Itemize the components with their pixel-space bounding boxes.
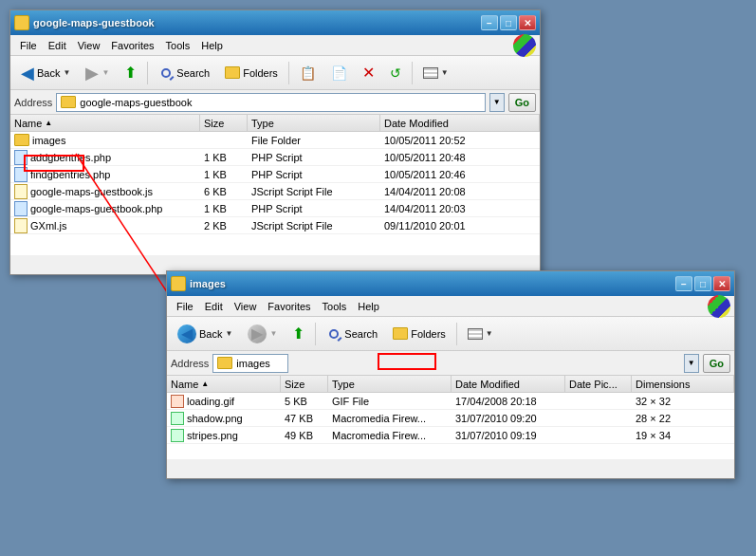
file-date-shadow: 31/07/2010 09:20 bbox=[452, 413, 565, 424]
php-icon-findgb bbox=[14, 167, 28, 182]
file-size-gmphp: 1 KB bbox=[200, 203, 248, 214]
minimize-btn-guestbook[interactable]: − bbox=[481, 15, 498, 30]
back-btn-images[interactable]: ◀ Back ▼ bbox=[171, 321, 239, 347]
address-value-guestbook: google-maps-guestbook bbox=[80, 97, 192, 108]
forward-circle-icon: ▶ bbox=[248, 324, 267, 343]
forward-btn-guestbook[interactable]: ▶ ▼ bbox=[79, 60, 116, 86]
file-type-gxml: JScript Script File bbox=[248, 220, 380, 232]
png-icon-shadow bbox=[171, 412, 184, 425]
menu-file-guestbook[interactable]: File bbox=[14, 38, 43, 53]
file-row-gmjs[interactable]: google-maps-guestbook.js 6 KB JScript Sc… bbox=[10, 183, 540, 200]
window-title-images: images bbox=[190, 278, 672, 289]
col-name-guestbook[interactable]: Name ▲ bbox=[10, 115, 200, 131]
search-btn-images[interactable]: Search bbox=[320, 321, 384, 347]
forward-arrow-icon: ▶ bbox=[85, 63, 99, 83]
col-type-images[interactable]: Type bbox=[328, 376, 452, 392]
xp-logo-images bbox=[708, 295, 730, 318]
gif-icon-loading bbox=[171, 395, 184, 408]
menu-view-images[interactable]: View bbox=[229, 299, 263, 314]
menu-tools-guestbook[interactable]: Tools bbox=[160, 38, 196, 53]
address-label-images: Address bbox=[171, 358, 209, 369]
menu-bar-images: File Edit View Favorites Tools Help bbox=[167, 296, 734, 317]
menu-help-guestbook[interactable]: Help bbox=[195, 38, 229, 53]
address-input-guestbook[interactable]: google-maps-guestbook bbox=[56, 93, 485, 112]
go-btn-guestbook[interactable]: Go bbox=[508, 93, 536, 112]
address-dropdown-guestbook[interactable]: ▼ bbox=[489, 93, 505, 112]
maximize-btn-images[interactable]: □ bbox=[694, 276, 711, 291]
view-icon-guestbook bbox=[423, 67, 438, 79]
file-row-images[interactable]: images File Folder 10/05/2011 20:52 bbox=[10, 132, 540, 149]
close-btn-guestbook[interactable]: ✕ bbox=[519, 15, 536, 30]
forward-btn-images[interactable]: ▶ ▼ bbox=[241, 321, 284, 347]
folder-icon-images bbox=[14, 134, 29, 146]
search-icon-guestbook bbox=[158, 65, 174, 81]
up-btn-guestbook[interactable]: ⬆ bbox=[118, 60, 143, 86]
file-date-loading: 17/04/2008 20:18 bbox=[452, 396, 565, 407]
col-dimensions-images[interactable]: Dimensions bbox=[632, 376, 734, 392]
search-label-images: Search bbox=[344, 328, 378, 340]
menu-tools-images[interactable]: Tools bbox=[317, 299, 353, 314]
back-label-guestbook: Back bbox=[37, 67, 60, 79]
maximize-btn-guestbook[interactable]: □ bbox=[500, 15, 517, 30]
go-btn-images[interactable]: Go bbox=[703, 354, 730, 373]
refresh-btn-guestbook[interactable]: ↺ bbox=[383, 60, 408, 86]
delete-btn-guestbook[interactable]: ✕ bbox=[356, 60, 381, 86]
menu-edit-guestbook[interactable]: Edit bbox=[43, 38, 72, 53]
sep3-guestbook bbox=[412, 62, 413, 84]
file-dim-loading: 32 × 32 bbox=[632, 396, 734, 407]
minimize-btn-images[interactable]: − bbox=[675, 276, 692, 291]
folders-btn-images[interactable]: Folders bbox=[386, 321, 452, 347]
file-size-shadow: 47 KB bbox=[281, 413, 328, 424]
copy-btn-guestbook[interactable]: 📄 bbox=[324, 60, 354, 86]
col-datepic-images[interactable]: Date Pic... bbox=[565, 376, 632, 392]
back-dropdown-icon-images: ▼ bbox=[225, 329, 232, 338]
col-size-guestbook[interactable]: Size bbox=[200, 115, 248, 131]
file-row-addgb[interactable]: addgbentries.php 1 KB PHP Script 10/05/2… bbox=[10, 149, 540, 166]
up-btn-images[interactable]: ⬆ bbox=[286, 321, 311, 347]
col-date-images[interactable]: Date Modified bbox=[452, 376, 565, 392]
menu-help-images[interactable]: Help bbox=[352, 299, 385, 314]
file-row-gmphp[interactable]: google-maps-guestbook.php 1 KB PHP Scrip… bbox=[10, 200, 540, 217]
file-row-stripes[interactable]: stripes.png 49 KB Macromedia Firew... 31… bbox=[167, 427, 734, 444]
window-icon-guestbook bbox=[14, 15, 29, 30]
folders-label-guestbook: Folders bbox=[243, 67, 278, 79]
php-icon-gmphp bbox=[14, 201, 28, 216]
address-folder-icon-images bbox=[217, 357, 232, 369]
menu-favorites-guestbook[interactable]: Favorites bbox=[105, 38, 159, 53]
search-icon-images bbox=[326, 326, 341, 342]
view-dropdown-icon: ▼ bbox=[441, 68, 449, 77]
folders-btn-guestbook[interactable]: Folders bbox=[218, 60, 285, 86]
window-guestbook: google-maps-guestbook − □ ✕ File Edit Vi… bbox=[9, 9, 541, 275]
window-title-guestbook: google-maps-guestbook bbox=[33, 17, 477, 28]
file-row-shadow[interactable]: shadow.png 47 KB Macromedia Firew... 31/… bbox=[167, 410, 734, 427]
view-btn-guestbook[interactable]: ▼ bbox=[416, 60, 455, 86]
address-dropdown-images[interactable]: ▼ bbox=[684, 354, 699, 373]
folders-icon-images bbox=[393, 327, 408, 340]
file-row-findgb[interactable]: findgbentries.php 1 KB PHP Script 10/05/… bbox=[10, 166, 540, 183]
menu-file-images[interactable]: File bbox=[171, 299, 199, 314]
file-dim-stripes: 19 × 34 bbox=[632, 430, 734, 441]
menu-favorites-images[interactable]: Favorites bbox=[262, 299, 316, 314]
col-type-guestbook[interactable]: Type bbox=[248, 115, 380, 131]
view-icon-images bbox=[468, 328, 483, 340]
file-size-addgb: 1 KB bbox=[200, 152, 248, 163]
window-controls-guestbook: − □ ✕ bbox=[481, 15, 536, 30]
close-btn-images[interactable]: ✕ bbox=[713, 276, 730, 291]
col-size-images[interactable]: Size bbox=[281, 376, 328, 392]
view-btn-images[interactable]: ▼ bbox=[461, 321, 500, 347]
folders-icon-guestbook bbox=[225, 66, 240, 79]
address-bar-guestbook: Address google-maps-guestbook ▼ Go bbox=[10, 90, 540, 115]
menu-edit-images[interactable]: Edit bbox=[199, 299, 229, 314]
file-date-addgb: 10/05/2011 20:48 bbox=[380, 152, 540, 163]
php-icon-addgb bbox=[14, 150, 28, 165]
menu-view-guestbook[interactable]: View bbox=[72, 38, 106, 53]
col-date-guestbook[interactable]: Date Modified bbox=[380, 115, 540, 131]
move-btn-guestbook[interactable]: 📋 bbox=[293, 60, 323, 86]
back-btn-guestbook[interactable]: ◀ Back ▼ bbox=[14, 60, 77, 86]
address-input-images[interactable]: images bbox=[212, 354, 288, 373]
file-row-loading[interactable]: loading.gif 5 KB GIF File 17/04/2008 20:… bbox=[167, 393, 734, 410]
search-btn-guestbook[interactable]: Search bbox=[152, 60, 216, 86]
col-name-images[interactable]: Name ▲ bbox=[167, 376, 281, 392]
file-list-header-images: Name ▲ Size Type Date Modified Date Pic.… bbox=[167, 376, 734, 393]
file-row-gxml[interactable]: GXml.js 2 KB JScript Script File 09/11/2… bbox=[10, 217, 540, 234]
